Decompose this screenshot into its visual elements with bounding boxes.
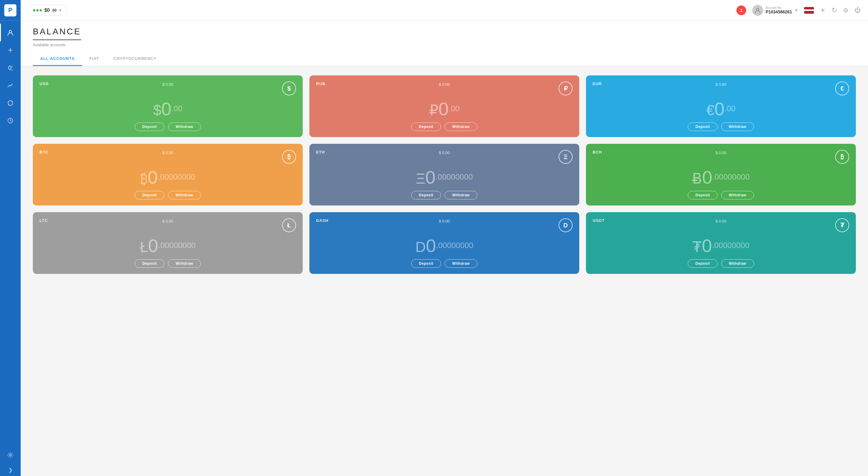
deposit-button-btc[interactable]: Deposit — [135, 191, 164, 199]
balance-dots-icon: ●●● — [33, 7, 42, 13]
content: BALANCE Available accounts ALL ACCOUNTS … — [21, 21, 868, 476]
sidebar-item-profile[interactable] — [0, 24, 21, 41]
card-header-rub: RUB $ 0.00 ₽ — [316, 82, 572, 95]
card-dec-bch: .00000000 — [712, 172, 750, 182]
withdraw-button-bch[interactable]: Withdraw — [721, 191, 754, 199]
withdraw-button-usdt[interactable]: Withdraw — [721, 259, 754, 268]
add-icon — [7, 47, 14, 54]
card-actions-eth: Deposit Withdraw — [316, 191, 572, 199]
withdraw-button-dash[interactable]: Withdraw — [445, 259, 477, 268]
card-header-usdt: USDT $ 0.00 ₮ — [593, 218, 849, 232]
notification-count: 1 — [736, 5, 746, 15]
card-dec-usd: .00 — [172, 104, 182, 113]
card-dec-usdt: .00000000 — [712, 241, 749, 250]
sidebar-item-analytics[interactable] — [0, 77, 21, 94]
card-actions-bch: Deposit Withdraw — [593, 191, 849, 199]
notification-badge[interactable]: 1 — [736, 5, 746, 15]
card-header-usd: USD $ 0.00 $ — [39, 82, 296, 95]
refresh-icon — [7, 100, 14, 107]
account-text: Account No. P1034586261 — [766, 6, 792, 14]
main-wrapper: ●●● $0.00 ▼ 1 Account No. P1034586261 ▼ — [21, 0, 868, 476]
sidebar-item-history[interactable] — [0, 112, 21, 129]
tabs-bar: ALL ACCOUNTS FIAT CRYPTOCURRENCY — [21, 52, 868, 66]
card-ltc: LTC $ 0.00 Ł Ł 0 .00000000 Deposit Withd… — [33, 212, 303, 274]
account-number: P1034586261 — [766, 9, 792, 14]
card-symbol-eth: Ξ — [416, 170, 425, 187]
history-icon — [7, 117, 14, 124]
card-actions-usdt: Deposit Withdraw — [593, 259, 849, 268]
withdraw-button-eur[interactable]: Withdraw — [721, 122, 754, 131]
withdraw-button-usd[interactable]: Withdraw — [168, 122, 201, 131]
account-no-label: Account No. — [766, 6, 792, 9]
card-dec-eur: .00 — [724, 104, 736, 113]
card-int-rub: 0 — [439, 98, 448, 119]
card-code-usdt: USDT — [593, 218, 604, 223]
card-amount-btc: ₿ 0 .00000000 — [39, 167, 296, 188]
card-actions-eur: Deposit Withdraw — [593, 122, 849, 131]
card-code-ltc: LTC — [39, 218, 48, 223]
deposit-button-eur[interactable]: Deposit — [688, 122, 718, 131]
card-dec-eth: .00000000 — [436, 172, 473, 182]
card-code-rub: RUB — [316, 82, 326, 86]
account-info[interactable]: Account No. P1034586261 ▼ — [752, 5, 798, 16]
sidebar-expand-button[interactable]: ❯ — [0, 464, 21, 476]
card-icon-usd: $ — [282, 82, 296, 95]
deposit-button-usdt[interactable]: Deposit — [688, 259, 718, 268]
card-header-dash: DASH $ 0.00 D — [316, 218, 572, 232]
card-int-eur: 0 — [715, 98, 724, 119]
trade-icon — [7, 64, 14, 71]
deposit-button-rub[interactable]: Deposit — [411, 122, 441, 131]
card-symbol-eur: € — [706, 102, 715, 119]
card-usd-usd: $ 0.00 — [162, 82, 173, 87]
svg-point-4 — [9, 454, 11, 456]
card-usd-bch: $ 0.00 — [715, 150, 726, 155]
flag-us-icon[interactable] — [804, 7, 814, 14]
card-icon-dash: D — [559, 218, 572, 232]
withdraw-button-btc[interactable]: Withdraw — [168, 191, 201, 199]
card-icon-btc: ₿ — [282, 150, 296, 164]
card-amount-ltc: Ł 0 .00000000 — [39, 235, 296, 256]
brightness-icon[interactable]: ☀ — [820, 7, 826, 14]
card-int-btc: 0 — [148, 167, 158, 188]
card-usd-eth: $ 0.00 — [439, 150, 450, 155]
sidebar-item-trade[interactable] — [0, 59, 21, 77]
balance-button[interactable]: ●●● $0.00 ▼ — [28, 5, 67, 16]
settings-icon — [7, 452, 14, 458]
profile-icon — [7, 29, 14, 36]
sidebar-item-settings[interactable] — [0, 446, 21, 464]
withdraw-button-rub[interactable]: Withdraw — [445, 122, 477, 131]
page-title-section: BALANCE Available accounts ALL ACCOUNTS … — [21, 21, 868, 66]
gear-icon[interactable]: ⚙ — [843, 7, 848, 14]
card-amount-rub: ₽ 0 .00 — [316, 98, 572, 119]
card-code-eur: EUR — [593, 82, 602, 86]
tab-all-accounts[interactable]: ALL ACCOUNTS — [33, 52, 82, 66]
tab-cryptocurrency[interactable]: CRYPTOCURRENCY — [106, 52, 164, 66]
sidebar: P — [0, 0, 21, 476]
sidebar-item-refresh[interactable] — [0, 94, 21, 112]
deposit-button-ltc[interactable]: Deposit — [135, 259, 164, 268]
card-dec-btc: .00000000 — [158, 172, 195, 182]
card-icon-eth: Ξ — [559, 150, 572, 164]
deposit-button-usd[interactable]: Deposit — [135, 122, 164, 131]
card-icon-ltc: Ł — [282, 218, 296, 232]
card-int-usd: 0 — [161, 98, 172, 119]
withdraw-button-eth[interactable]: Withdraw — [445, 191, 477, 199]
card-bch: BCH $ 0.00 ₿ Ƀ 0 .00000000 Deposit Withd… — [586, 144, 856, 206]
tab-fiat[interactable]: FIAT — [82, 52, 106, 66]
deposit-button-dash[interactable]: Deposit — [411, 259, 441, 268]
card-symbol-btc: ₿ — [141, 170, 148, 187]
sidebar-item-add[interactable] — [0, 41, 21, 59]
deposit-button-bch[interactable]: Deposit — [688, 191, 718, 199]
logo-mark: P — [4, 4, 17, 17]
card-symbol-bch: Ƀ — [692, 170, 702, 187]
power-icon[interactable]: ⏻ — [855, 7, 861, 14]
card-dec-rub: .00 — [448, 104, 460, 113]
sidebar-logo[interactable]: P — [0, 0, 21, 21]
card-code-eth: ETH — [316, 150, 325, 154]
card-amount-eth: Ξ 0 .00000000 — [316, 167, 572, 188]
card-dec-ltc: .00000000 — [158, 241, 196, 250]
withdraw-button-ltc[interactable]: Withdraw — [168, 259, 201, 268]
deposit-button-eth[interactable]: Deposit — [411, 191, 441, 199]
refresh-icon[interactable]: ↻ — [832, 6, 837, 14]
card-actions-btc: Deposit Withdraw — [39, 191, 296, 199]
